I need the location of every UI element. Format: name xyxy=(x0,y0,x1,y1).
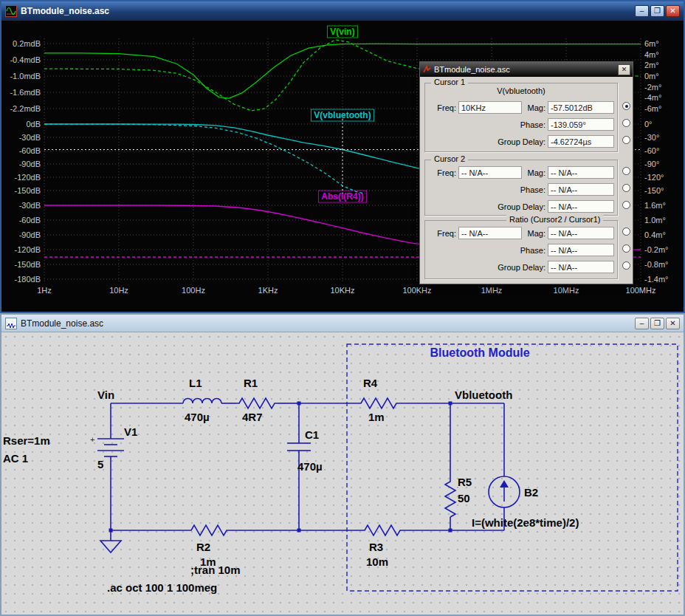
cursor2-phase-radio[interactable] xyxy=(622,184,630,192)
ratio-freq-input[interactable] xyxy=(458,227,522,239)
y2-axis-tick: 1.0m° xyxy=(644,216,666,225)
cursor1-group-title: Cursor 1 xyxy=(431,78,468,86)
ratio-mag-input[interactable] xyxy=(548,227,614,239)
x-axis-tick: 1MHz xyxy=(481,286,503,295)
component-value-R5[interactable]: 50 xyxy=(458,492,470,504)
component-name-L1[interactable]: L1 xyxy=(189,377,202,389)
component-value-L1[interactable]: 470µ xyxy=(185,411,210,423)
v1-attr-ac[interactable]: AC 1 xyxy=(3,452,28,465)
y-axis-tick: -120dB xyxy=(15,173,41,182)
capacitor-C1[interactable]: C1 470µ xyxy=(287,428,323,473)
inductor-L1[interactable]: L1 470µ xyxy=(183,377,221,423)
maximize-button[interactable]: ❐ xyxy=(650,5,664,17)
cursor2-freq-input[interactable] xyxy=(458,166,522,179)
y-axis-tick: -0.4mdB xyxy=(10,55,41,64)
net-label-vin[interactable]: Vin xyxy=(97,389,114,401)
close-button[interactable]: ✕ xyxy=(666,318,680,329)
waveform-icon xyxy=(5,5,17,17)
cursor-dialog-close-button[interactable]: ✕ xyxy=(618,64,630,75)
cursor2-mag-radio[interactable] xyxy=(622,167,630,175)
group-delay-label: Group Delay: xyxy=(481,202,545,211)
component-value-B2[interactable]: I=(white(2e8*time)/2) xyxy=(472,516,579,529)
cursor2-group-delay-radio[interactable] xyxy=(622,201,630,209)
maximize-button[interactable]: ❐ xyxy=(650,318,664,329)
voltage-source-V1[interactable]: + V1 5 Rser=1m AC 1 xyxy=(3,425,137,470)
current-source-B2[interactable]: B2 I=(white(2e8*time)/2) xyxy=(472,476,579,529)
v1-attr-rser[interactable]: Rser=1m xyxy=(3,434,50,447)
component-value-R3[interactable]: 10m xyxy=(366,555,388,568)
ratio-phase-input[interactable] xyxy=(548,244,614,256)
minimize-button[interactable]: – xyxy=(635,318,649,329)
ratio-phase-radio[interactable] xyxy=(622,244,630,253)
x-axis-tick: 10KHz xyxy=(330,286,354,295)
ratio-group-delay-input[interactable] xyxy=(548,261,614,273)
component-value-R4[interactable]: 1m xyxy=(368,411,385,423)
component-name-R1[interactable]: R1 xyxy=(244,377,258,389)
component-name-R2[interactable]: R2 xyxy=(196,541,210,553)
close-button[interactable]: ✕ xyxy=(666,5,680,17)
component-name-R5[interactable]: R5 xyxy=(458,476,472,488)
mag-label: Mag: xyxy=(521,103,545,112)
cursor-dialog-titlebar[interactable]: BTmodule_noise.asc ✕ xyxy=(420,62,633,77)
cursor2-group-delay-input[interactable] xyxy=(548,200,614,213)
spice-directive-ac[interactable]: .ac oct 100 1 100meg xyxy=(107,581,217,594)
waveform-plot-area[interactable]: 0.2mdB-0.4mdB-1.0mdB-1.6mdB-2.2mdB6m°4m°… xyxy=(1,21,684,312)
cursor2-mag-input[interactable] xyxy=(548,166,614,179)
resistor-R1[interactable]: R1 4R7 xyxy=(236,377,278,423)
cursor1-mag-radio[interactable] xyxy=(622,102,630,110)
plus-mark: + xyxy=(90,435,94,444)
pane2-title[interactable]: V(vbluetooth) xyxy=(314,110,371,120)
y2-axis-tick: -0.2m° xyxy=(644,245,669,254)
group-delay-label: Group Delay: xyxy=(481,263,545,272)
component-value-R1[interactable]: 4R7 xyxy=(242,411,263,423)
resistor-R3[interactable]: R3 10m xyxy=(362,525,403,568)
ratio-mag-radio[interactable] xyxy=(622,227,630,236)
cursor1-group-delay-input[interactable] xyxy=(548,135,614,148)
resistor-R5[interactable]: R5 50 xyxy=(445,476,472,517)
spice-directive-tran[interactable]: ;tran 10m xyxy=(190,564,241,576)
cursor2-phase-input[interactable] xyxy=(548,183,614,196)
component-name-R4[interactable]: R4 xyxy=(363,377,378,389)
schematic-window-title: BTmodule_noise.asc xyxy=(21,318,631,329)
component-name-B2[interactable]: B2 xyxy=(524,486,538,499)
mag-label: Mag: xyxy=(521,229,545,238)
waveform-window-titlebar[interactable]: BTmodule_noise.asc – ❐ ✕ xyxy=(1,1,684,21)
schematic-window-titlebar[interactable]: BTmodule_noise.asc – ❐ ✕ xyxy=(1,315,684,332)
ground-symbol[interactable] xyxy=(100,541,121,552)
cursor-dialog[interactable]: BTmodule_noise.asc ✕ Cursor 1 V(vbluetoo… xyxy=(419,61,633,284)
freq-label: Freq: xyxy=(427,103,456,112)
y-axis-tick: -150dB xyxy=(15,186,41,195)
net-label-vbluetooth[interactable]: Vbluetooth xyxy=(455,389,512,401)
schematic-icon xyxy=(5,318,17,329)
ratio-group: Ratio (Cursor2 / Cursor1) Freq: Mag: Pha… xyxy=(424,220,618,279)
component-name-R3[interactable]: R3 xyxy=(369,541,383,553)
cursor1-group: Cursor 1 V(vbluetooth) Freq: Mag: Phase:… xyxy=(424,83,618,152)
cursor2-group: Cursor 2 Freq: Mag: Phase: Group Delay: xyxy=(424,160,618,216)
schematic-canvas[interactable]: Bluetooth Module xyxy=(1,332,684,615)
resistor-R2[interactable]: R2 1m xyxy=(188,525,230,568)
y-axis-tick: -180dB xyxy=(15,275,41,284)
pane1-title[interactable]: V(vin) xyxy=(330,27,354,37)
phase-label: Phase: xyxy=(496,185,545,194)
ratio-group-delay-radio[interactable] xyxy=(622,261,630,270)
resistor-R4[interactable]: R4 1m xyxy=(358,377,399,423)
y2-axis-tick: -4m° xyxy=(644,93,661,102)
waveform-window-title: BTmodule_noise.asc xyxy=(21,6,631,16)
minimize-button[interactable]: – xyxy=(635,5,649,17)
component-name-C1[interactable]: C1 xyxy=(305,428,319,441)
y-axis-tick: -60dB xyxy=(19,146,41,155)
cursor1-phase-radio[interactable] xyxy=(622,119,630,127)
cursor1-signal[interactable]: V(vbluetooth) xyxy=(425,86,617,95)
component-value-V1[interactable]: 5 xyxy=(97,458,103,470)
y-axis-tick: -1.6mdB xyxy=(10,88,41,97)
component-value-C1[interactable]: 470µ xyxy=(297,460,323,473)
cursor1-mag-input[interactable] xyxy=(548,101,614,114)
module-box-label[interactable]: Bluetooth Module xyxy=(430,346,529,359)
cursor1-group-delay-radio[interactable] xyxy=(622,136,630,144)
mag-label: Mag: xyxy=(521,168,545,177)
cursor1-freq-input[interactable] xyxy=(458,101,522,114)
y-axis-tick: -30dB xyxy=(19,133,41,142)
y2-axis-tick: -150° xyxy=(644,186,664,195)
component-name-V1[interactable]: V1 xyxy=(124,425,137,438)
cursor1-phase-input[interactable] xyxy=(548,118,614,131)
